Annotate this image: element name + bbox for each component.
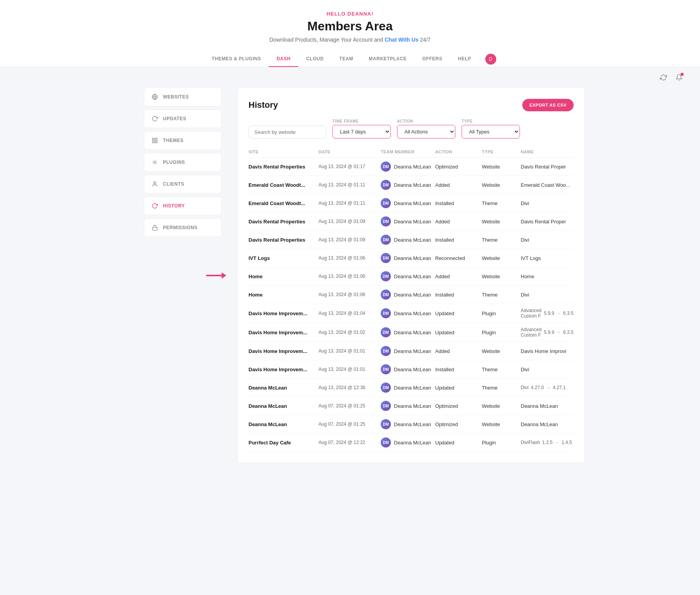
cell-member: DM Deanna McLean (381, 437, 435, 448)
sidebar-item-history[interactable]: HISTORY (144, 197, 222, 215)
cell-action: Installed (435, 367, 482, 372)
cell-date: Aug 07, 2024 @ 01:25 (318, 403, 381, 409)
table-row: Davis Home Improvem...Aug 13, 2024 @ 01:… (248, 360, 574, 379)
sidebar-item-clients[interactable]: CLIENTS (144, 175, 222, 193)
table-row: Davis Home Improvem...Aug 13, 2024 @ 01:… (248, 304, 574, 323)
cell-date: Aug 13, 2024 @ 01:09 (318, 219, 381, 224)
type-select[interactable]: All Types (462, 125, 520, 139)
avatar: DM (381, 383, 391, 393)
avatar: DM (381, 161, 391, 172)
cell-name: Davis Rental Proper (521, 164, 574, 170)
cell-site: Davis Rental Properties (248, 164, 318, 170)
cell-name: Divi (521, 292, 574, 298)
cell-site: Purrfect Day Cafe (248, 440, 318, 446)
cell-member: DM Deanna McLean (381, 180, 435, 190)
chat-link[interactable]: Chat With Us (385, 37, 418, 43)
cell-type: Website (482, 164, 521, 170)
cell-member: DM Deanna McLean (381, 271, 435, 281)
table-row: Purrfect Day CafeAug 07, 2024 @ 12:22 DM… (248, 434, 574, 452)
cell-date: Aug 07, 2024 @ 12:22 (318, 440, 381, 445)
cell-member: DM Deanna McLean (381, 216, 435, 226)
export-csv-button[interactable]: EXPORT AS CSV (522, 99, 573, 111)
version-arrow: → (555, 440, 559, 445)
table-row: Deanna McLeanAug 07, 2024 @ 01:25 DM Dea… (248, 397, 574, 415)
notification-icon[interactable] (674, 72, 684, 83)
avatar: DM (381, 364, 391, 374)
name-text: Divi (521, 385, 528, 390)
sidebar-label-history: HISTORY (163, 203, 185, 209)
cell-site: IVT Logs (248, 255, 318, 261)
sidebar-item-updates[interactable]: UPDATES (144, 109, 222, 128)
sidebar-item-permissions[interactable]: PERMISSIONS (144, 218, 222, 237)
cell-date: Aug 13, 2024 @ 01:01 (318, 348, 381, 354)
content-area: History EXPORT AS CSV TIME FRAME Last 7 … (237, 88, 585, 463)
cell-date: Aug 13, 2024 @ 01:17 (318, 164, 381, 169)
table-body: Davis Rental PropertiesAug 13, 2024 @ 01… (248, 158, 574, 452)
version-arrow: → (556, 330, 561, 335)
member-name: Deanna McLean (394, 440, 431, 446)
cell-site: Davis Home Improvem... (248, 330, 318, 335)
cell-action: Updated (435, 385, 482, 391)
svg-rect-4 (155, 141, 157, 143)
cell-date: Aug 07, 2024 @ 01:25 (318, 421, 381, 427)
table-row: Emerald Coast Woodt...Aug 13, 2024 @ 01:… (248, 194, 574, 212)
cell-type: Theme (482, 200, 521, 206)
main-nav: THEMES & PLUGINSDASHCLOUDTEAMMARKETPLACE… (8, 50, 692, 67)
subtitle-text: Download Products, Manage Your Account a… (270, 37, 383, 43)
user-avatar[interactable]: D (485, 54, 496, 65)
cell-site: Emerald Coast Woodt... (248, 182, 318, 188)
name-text: DiviFlash (521, 440, 540, 445)
version-from: 4.27.0 (531, 385, 544, 390)
cell-site: Davis Home Improvem... (248, 348, 318, 354)
cell-date: Aug 13, 2024 @ 01:06 (318, 274, 381, 279)
timeframe-select[interactable]: Last 7 days (332, 125, 391, 139)
sidebar-item-themes[interactable]: THEMES (144, 131, 222, 150)
version-arrow: → (556, 311, 561, 316)
refresh-icon[interactable] (658, 72, 669, 83)
nav-item-offers[interactable]: OFFERS (415, 51, 450, 67)
member-name: Deanna McLean (394, 255, 431, 261)
cell-type: Website (482, 403, 521, 409)
version-to: 1.4.5 (562, 440, 572, 445)
plugins-icon (151, 159, 158, 166)
sidebar-label-websites: WEBSITES (163, 94, 189, 100)
arrow-shaft (206, 275, 222, 276)
cell-name: Divi4.27.0→4.27.1 (521, 385, 574, 390)
sidebar-item-plugins[interactable]: PLUGINS (144, 153, 222, 172)
cell-name: Advanced Custom F5.9.9→6.3.5 (521, 308, 574, 319)
nav-item-themes---plugins[interactable]: THEMES & PLUGINS (204, 51, 269, 67)
cell-site: Deanna McLean (248, 421, 318, 427)
cell-member: DM Deanna McLean (381, 327, 435, 337)
avatar: DM (381, 180, 391, 190)
cell-name: Divi (521, 200, 574, 206)
nav-item-marketplace[interactable]: MARKETPLACE (361, 51, 415, 67)
nav-item-team[interactable]: TEAM (331, 51, 361, 67)
cell-action: Updated (435, 311, 482, 316)
cell-name: Davis Home Improvi (521, 348, 574, 354)
search-input[interactable] (248, 126, 326, 139)
version-to: 6.3.5 (563, 311, 574, 316)
cell-date: Aug 13, 2024 @ 01:01 (318, 367, 381, 372)
table-row: Davis Home Improvem...Aug 13, 2024 @ 01:… (248, 342, 574, 360)
version-arrow: → (546, 385, 550, 390)
nav-item-cloud[interactable]: CLOUD (298, 51, 331, 67)
member-name: Deanna McLean (394, 292, 431, 298)
cell-type: Website (482, 182, 521, 188)
cell-type: Website (482, 348, 521, 354)
col-header-team member: Team Member (381, 149, 435, 154)
cell-action: Installed (435, 200, 482, 206)
nav-item-dash[interactable]: DASH (269, 51, 298, 67)
table-row: Deanna McLeanAug 13, 2024 @ 12:38 DM Dea… (248, 379, 574, 397)
cell-date: Aug 13, 2024 @ 01:11 (318, 182, 381, 188)
col-header-type: Type (482, 149, 521, 154)
timeframe-group: TIME FRAME Last 7 days (332, 119, 391, 139)
sidebar-label-permissions: PERMISSIONS (163, 225, 198, 230)
sidebar-item-websites[interactable]: WEBSITES (144, 88, 222, 106)
avatar: DM (381, 327, 391, 337)
cell-site: Davis Rental Properties (248, 219, 318, 225)
cell-date: Aug 13, 2024 @ 01:06 (318, 255, 381, 261)
avatar: DM (381, 401, 391, 411)
action-select[interactable]: All Actions (397, 125, 455, 139)
cell-action: Installed (435, 292, 482, 298)
nav-item-help[interactable]: HELP (450, 51, 479, 67)
